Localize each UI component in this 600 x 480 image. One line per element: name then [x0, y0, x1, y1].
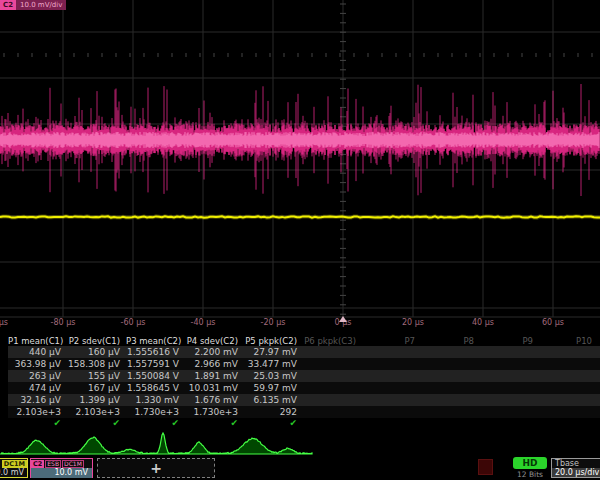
measure-value: 25.03 mV: [244, 370, 303, 382]
time-axis-label: -40 µs: [191, 318, 216, 327]
measure-column-header[interactable]: P3 mean(C2): [126, 336, 185, 346]
measure-value: 10.031 mV: [185, 382, 244, 394]
c1-coupling-badge: DC1M: [2, 460, 27, 468]
measure-value: 1.557591 V: [126, 358, 185, 370]
measure-value: [303, 346, 362, 358]
measure-value: 27.97 mV: [244, 346, 303, 358]
measure-value: [362, 370, 421, 382]
measure-value: [421, 358, 480, 370]
measure-value: [539, 358, 598, 370]
time-axis-label: 40 µs: [472, 318, 494, 327]
measure-column-header[interactable]: P9: [480, 336, 539, 346]
time-axis-label: -80 µs: [51, 318, 76, 327]
measure-value: [480, 394, 539, 406]
measure-column-header[interactable]: P6 pkpk(C3): [303, 336, 362, 346]
measure-value: [303, 394, 362, 406]
measure-status-icon: ✔: [8, 418, 67, 428]
measure-value: 263 µV: [8, 370, 67, 382]
measure-status-icon: ✔: [126, 418, 185, 428]
measure-status-icon: ✔: [244, 418, 303, 428]
measure-row: 363.98 µV158.308 µV1.557591 V2.966 mV33.…: [8, 358, 600, 370]
measure-column-header[interactable]: P5 pkpk(C2): [244, 336, 303, 346]
measure-value: 167 µV: [67, 382, 126, 394]
measure-column-header[interactable]: P4 sdev(C2): [185, 336, 244, 346]
measure-value: 2.103e+3: [67, 406, 126, 418]
measure-value: [480, 346, 539, 358]
measure-value: [480, 370, 539, 382]
measure-value: [421, 370, 480, 382]
measure-row: 474 µV167 µV1.558645 V10.031 mV59.97 mV: [8, 382, 600, 394]
measure-value: 440 µV: [8, 346, 67, 358]
measure-value: 2.200 mV: [185, 346, 244, 358]
hd-mode-badge[interactable]: HD: [513, 457, 547, 469]
measure-value: [421, 382, 480, 394]
measure-value: 1.730e+3: [126, 406, 185, 418]
measure-value: 155 µV: [67, 370, 126, 382]
timebase-descriptor[interactable]: Tbase 20.0 µs/div: [551, 458, 600, 478]
measure-value: 158.308 µV: [67, 358, 126, 370]
measure-value: [362, 394, 421, 406]
measure-row: 32.16 µV1.399 µV1.330 mV1.676 mV6.135 mV: [8, 394, 600, 406]
annotation-channel-label: C2: [0, 0, 16, 10]
trigger-descriptor-partial[interactable]: [478, 459, 493, 475]
measure-value: [539, 406, 598, 418]
measure-value: [539, 370, 598, 382]
measure-value: [421, 346, 480, 358]
measure-value: 1.676 mV: [185, 394, 244, 406]
measure-value: [480, 382, 539, 394]
channel-c2-descriptor[interactable]: C2 ESB DC1M 10.0 mV: [30, 458, 93, 478]
plus-icon: +: [150, 460, 162, 476]
c2-eres-badge: ESB: [45, 460, 61, 468]
measure-value: 160 µV: [67, 346, 126, 358]
measure-value: 1.550084 V: [126, 370, 185, 382]
measure-value: [362, 358, 421, 370]
measure-status-icon: ✔: [67, 418, 126, 428]
measure-value: 33.477 mV: [244, 358, 303, 370]
add-trace-button[interactable]: +: [97, 458, 215, 478]
channel-c1-descriptor[interactable]: DC1M 10.0 mV: [0, 458, 28, 478]
measure-value: 1.891 mV: [185, 370, 244, 382]
trigger-position-marker[interactable]: [339, 316, 347, 322]
measure-status-icon: [303, 418, 362, 428]
time-axis-label: -100 µs: [0, 318, 8, 327]
annotation-text: 10.0 mV/div: [16, 0, 66, 10]
time-axis-label: -20 µs: [261, 318, 286, 327]
measure-column-header[interactable]: P10: [539, 336, 598, 346]
time-axis-label: 20 µs: [402, 318, 424, 327]
c2-channel-badge: C2: [31, 460, 44, 468]
measure-column-header[interactable]: P2 sdev(C1): [67, 336, 126, 346]
measure-value: [480, 358, 539, 370]
measure-status-icon: ✔: [185, 418, 244, 428]
measure-value: 32.16 µV: [8, 394, 67, 406]
measure-value: [303, 370, 362, 382]
measure-value: [362, 346, 421, 358]
time-axis-label: -60 µs: [121, 318, 146, 327]
measure-row: 440 µV160 µV1.555616 V2.200 mV27.97 mV: [8, 346, 600, 358]
measure-column-header[interactable]: P1 mean(C1): [8, 336, 67, 346]
measure-value: 1.555616 V: [126, 346, 185, 358]
measure-status-icon: [480, 418, 539, 428]
time-axis-label: 60 µs: [542, 318, 564, 327]
measure-value: [303, 358, 362, 370]
measure-value: [421, 406, 480, 418]
measure-value: [539, 382, 598, 394]
timebase-scale-value: 20.0 µs/div: [552, 468, 600, 477]
measure-value: 59.97 mV: [244, 382, 303, 394]
measure-column-header[interactable]: P8: [421, 336, 480, 346]
measure-value: [303, 406, 362, 418]
measure-value: [303, 382, 362, 394]
measure-value: [362, 382, 421, 394]
measure-value: [539, 346, 598, 358]
bottom-toolbar: DC1M 10.0 mV C2 ESB DC1M 10.0 mV + HD 12…: [0, 456, 600, 480]
measure-value: [362, 406, 421, 418]
measure-value: 2.966 mV: [185, 358, 244, 370]
measure-value: 1.330 mV: [126, 394, 185, 406]
measure-column-header[interactable]: P7: [362, 336, 421, 346]
c2-coupling-badge: DC1M: [62, 460, 84, 468]
resolution-label: 12 Bits: [511, 470, 549, 479]
measure-row: 263 µV155 µV1.550084 V1.891 mV25.03 mV: [8, 370, 600, 382]
oscilloscope-screen: C2 10.0 mV/div -100 µs-80 µs-60 µs-40 µs…: [0, 0, 600, 480]
time-axis-labels: -100 µs-80 µs-60 µs-40 µs-20 µs0 µs20 µs…: [0, 318, 600, 330]
measure-value: 6.135 mV: [244, 394, 303, 406]
measure-value: [480, 406, 539, 418]
